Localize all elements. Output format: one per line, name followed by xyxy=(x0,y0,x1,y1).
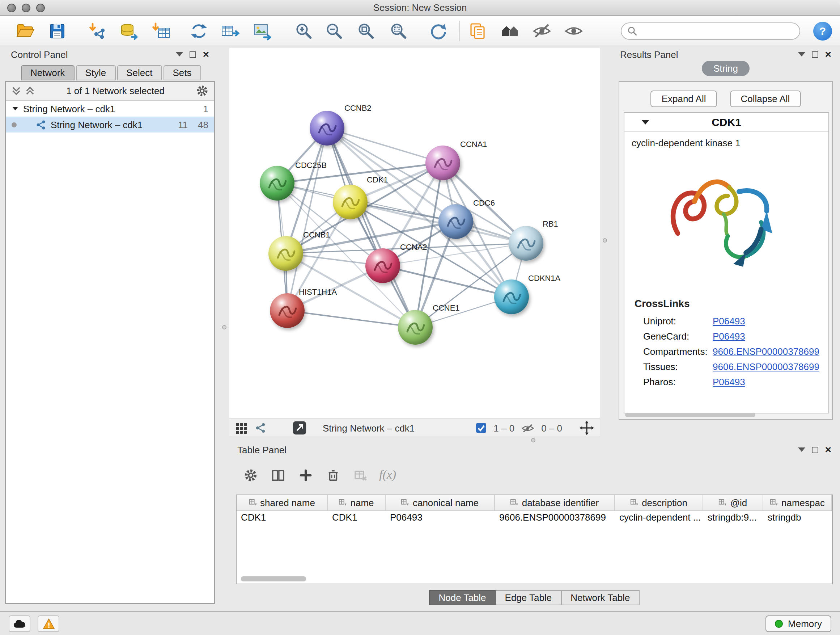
export-network-button[interactable] xyxy=(187,19,211,43)
network-node-ccne1[interactable] xyxy=(398,310,433,345)
open-session-button[interactable] xyxy=(13,19,38,43)
zoom-selected-button[interactable] xyxy=(386,19,411,43)
function-builder-icon[interactable]: f(x) xyxy=(379,468,396,482)
zoom-in-button[interactable] xyxy=(292,19,316,43)
column-header-database-identifier[interactable]: database identifier xyxy=(495,495,615,510)
panel-menu-icon[interactable] xyxy=(798,52,805,57)
share-network-icon[interactable] xyxy=(255,422,266,434)
network-node-rb1[interactable] xyxy=(508,226,543,261)
collapse-all-button[interactable]: Collapse All xyxy=(730,90,801,107)
network-edge[interactable] xyxy=(327,128,415,327)
network-canvas[interactable]: CCNB2CCNA1CDC25BCDK1CDC6RB1CCNB1CCNA2CDK… xyxy=(229,48,600,418)
show-graphics-details-button[interactable] xyxy=(561,19,586,43)
tab-sets[interactable]: Sets xyxy=(163,65,201,80)
open-in-window-icon[interactable] xyxy=(292,421,307,435)
network-node-ccnb2[interactable] xyxy=(309,111,344,146)
tab-node-table[interactable]: Node Table xyxy=(429,590,495,605)
results-horizontal-scrollbar[interactable] xyxy=(625,413,755,417)
column-header-namespac[interactable]: namespac xyxy=(763,495,832,510)
annotation-button[interactable] xyxy=(465,19,490,43)
save-session-button[interactable] xyxy=(45,19,69,43)
table-gear-icon[interactable] xyxy=(242,466,259,484)
close-panel-icon[interactable]: × xyxy=(825,50,831,59)
zoom-fit-button[interactable] xyxy=(354,19,378,43)
panel-menu-icon[interactable] xyxy=(176,52,183,57)
column-header-shared-name[interactable]: shared name xyxy=(237,495,328,510)
zoom-fit-icon xyxy=(357,21,376,40)
tab-select[interactable]: Select xyxy=(117,65,162,80)
manage-columns-icon[interactable] xyxy=(269,466,286,484)
float-panel-icon[interactable] xyxy=(189,51,196,57)
float-panel-icon[interactable] xyxy=(812,51,818,57)
refresh-view-button[interactable] xyxy=(426,19,451,43)
table-horizontal-scrollbar[interactable] xyxy=(241,576,306,581)
memory-button[interactable]: Memory xyxy=(766,615,831,632)
network-node-cdc6[interactable] xyxy=(439,204,473,239)
close-panel-icon[interactable]: × xyxy=(202,50,209,59)
minimize-window-button[interactable] xyxy=(22,4,30,12)
column-header-canonical-name[interactable]: canonical name xyxy=(386,495,495,510)
string-tab-badge[interactable]: String xyxy=(702,61,750,76)
search-box[interactable] xyxy=(621,22,800,40)
network-node-cdk1[interactable] xyxy=(333,185,368,219)
network-node-ccna1[interactable] xyxy=(425,146,460,180)
close-window-button[interactable] xyxy=(7,4,16,12)
import-table-button[interactable] xyxy=(149,19,174,43)
grid-icon[interactable] xyxy=(235,422,248,434)
add-column-icon[interactable] xyxy=(297,466,314,484)
expand-all-icon[interactable] xyxy=(25,86,35,96)
splitter-handle[interactable] xyxy=(531,438,535,442)
zoom-out-button[interactable] xyxy=(322,19,347,43)
collapse-all-icon[interactable] xyxy=(11,86,21,96)
collapse-section-icon[interactable] xyxy=(642,120,649,124)
gear-icon[interactable] xyxy=(196,85,208,97)
birdseye-view-button[interactable] xyxy=(498,19,523,43)
network-node-hist1h1a[interactable] xyxy=(270,293,305,328)
tab-network[interactable]: Network xyxy=(21,65,74,80)
pan-crosshair-icon[interactable] xyxy=(579,421,594,435)
hide-graphics-details-button[interactable] xyxy=(530,19,554,43)
export-table-button[interactable] xyxy=(218,19,242,43)
table-cell: 9606.ENSP00000378699 xyxy=(495,511,615,525)
network-edge[interactable] xyxy=(287,128,327,310)
crosslink-value[interactable]: 9606.ENSP00000378699 xyxy=(713,346,819,357)
network-edge[interactable] xyxy=(287,310,415,327)
column-header-name[interactable]: name xyxy=(328,495,386,510)
export-image-button[interactable] xyxy=(249,19,274,43)
tab-style[interactable]: Style xyxy=(76,65,115,80)
network-collection-row[interactable]: String Network – cdk1 1 xyxy=(6,101,214,117)
crosslink-value[interactable]: P06493 xyxy=(713,316,745,326)
protein-section-header[interactable]: CDK1 xyxy=(624,113,829,132)
search-input[interactable] xyxy=(641,25,794,36)
import-network-file-button[interactable] xyxy=(85,19,110,43)
column-label: namespac xyxy=(782,497,825,508)
crosslink-value[interactable]: P06493 xyxy=(713,377,745,387)
network-node-cdc25b[interactable] xyxy=(260,166,294,201)
network-row[interactable]: String Network – cdk1 11 48 xyxy=(6,117,214,133)
cloud-button[interactable] xyxy=(9,615,30,632)
zoom-window-button[interactable] xyxy=(36,4,45,12)
hidden-eye-icon[interactable] xyxy=(522,423,534,433)
table-row[interactable]: CDK1CDK1P064939606.ENSP00000378699cyclin… xyxy=(237,511,832,525)
crosslink-value[interactable]: P06493 xyxy=(713,331,745,342)
collapse-tree-icon[interactable] xyxy=(12,107,18,111)
crosslink-value[interactable]: 9606.ENSP00000378699 xyxy=(713,361,819,372)
column-header-description[interactable]: description xyxy=(615,495,703,510)
help-button[interactable]: ? xyxy=(813,21,832,40)
float-panel-icon[interactable] xyxy=(812,447,818,453)
delete-column-icon[interactable] xyxy=(324,466,341,484)
column-header--id[interactable]: @id xyxy=(703,495,763,510)
expand-all-button[interactable]: Expand All xyxy=(651,90,717,107)
network-node-ccnb1[interactable] xyxy=(268,236,303,271)
warning-button[interactable] xyxy=(38,615,59,632)
splitter-handle[interactable] xyxy=(603,238,607,242)
close-panel-icon[interactable]: × xyxy=(825,445,831,454)
panel-menu-icon[interactable] xyxy=(798,448,805,452)
network-node-ccna2[interactable] xyxy=(365,249,400,283)
selected-checkbox-icon[interactable] xyxy=(476,423,486,433)
network-node-cdkn1a[interactable] xyxy=(494,279,529,314)
splitter-handle[interactable] xyxy=(222,325,226,329)
tab-edge-table[interactable]: Edge Table xyxy=(496,590,561,605)
import-network-database-button[interactable] xyxy=(116,19,141,43)
tab-network-table[interactable]: Network Table xyxy=(561,590,639,605)
